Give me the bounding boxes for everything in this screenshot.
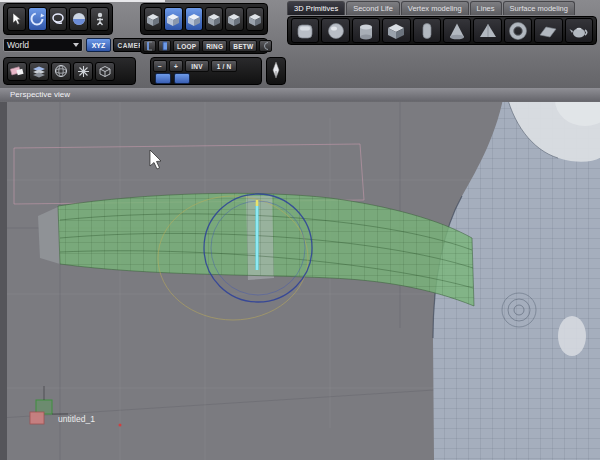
- tab-label: Lines: [477, 4, 495, 13]
- face-pick-icon: [162, 41, 167, 51]
- chevron-down-icon: [73, 43, 79, 47]
- grow-pick-button[interactable]: [259, 40, 272, 52]
- primitives-panel: [287, 16, 597, 45]
- sphere-grid-tool-button[interactable]: [51, 62, 71, 81]
- selection-adjust-panel: − + INV 1 / N: [150, 57, 262, 85]
- loop-label: LOOP: [177, 43, 196, 50]
- primitive-cube-button[interactable]: [382, 18, 410, 43]
- tab-surface-modeling[interactable]: Surface modeling: [503, 1, 575, 15]
- cube-icon: [385, 21, 407, 41]
- figure-tool-button[interactable]: [90, 7, 109, 31]
- sphere-tool-button[interactable]: [69, 7, 88, 31]
- select-filter-b-button[interactable]: [174, 73, 190, 84]
- loop-button[interactable]: LOOP: [173, 40, 200, 52]
- teapot-icon: [568, 21, 590, 41]
- primitive-pyramid-button[interactable]: [473, 18, 501, 43]
- edge-pick-button[interactable]: [143, 40, 156, 52]
- primitive-torus-button[interactable]: [504, 18, 532, 43]
- star-icon: [77, 65, 90, 78]
- eraser-tool-button[interactable]: [7, 62, 27, 81]
- select-filter-a-button[interactable]: [155, 73, 171, 84]
- minus-label: −: [158, 63, 162, 70]
- inv-label: INV: [191, 63, 202, 70]
- primitive-cylinder-button[interactable]: [352, 18, 380, 43]
- tab-second-life[interactable]: Second Life: [346, 1, 400, 15]
- viewport-left-edge: [0, 88, 7, 460]
- grow-selection-button[interactable]: +: [169, 60, 183, 72]
- select-mode-vertex-button[interactable]: [144, 7, 162, 31]
- layers-icon: [31, 65, 47, 78]
- viewport-label: Perspective view: [10, 90, 70, 99]
- ring-button[interactable]: RING: [202, 40, 227, 52]
- vertex-cube-icon: [145, 12, 161, 27]
- window-edge: [0, 0, 165, 2]
- select-mode-all-button[interactable]: [246, 7, 264, 31]
- one-n-button[interactable]: 1 / N: [211, 60, 237, 72]
- select-mode-loop-button[interactable]: [225, 7, 243, 31]
- lasso-icon: [50, 11, 66, 27]
- capsule-icon: [416, 21, 438, 41]
- select-arrow-button[interactable]: [7, 7, 26, 31]
- loop-cube-icon: [226, 12, 242, 27]
- viewport-canvas[interactable]: untitled_1: [0, 88, 600, 460]
- shrink-selection-button[interactable]: −: [153, 60, 167, 72]
- face-pick-button[interactable]: [158, 40, 171, 52]
- cursor-arrow-icon: [10, 12, 22, 26]
- pen-tool-icon[interactable]: [270, 61, 282, 81]
- select-mode-face-button[interactable]: [185, 7, 203, 31]
- tab-label: 3D Primitives: [294, 4, 338, 13]
- tab-label: Surface modeling: [510, 4, 568, 13]
- primitive-plane-button[interactable]: [534, 18, 562, 43]
- cone-icon: [446, 21, 468, 41]
- tab-lines[interactable]: Lines: [470, 1, 502, 15]
- one-n-label: 1 / N: [217, 63, 232, 70]
- lasso-tool-button[interactable]: [49, 7, 68, 31]
- invert-selection-button[interactable]: INV: [185, 60, 209, 72]
- tab-vertex-modeling[interactable]: Vertex modeling: [401, 1, 469, 15]
- torus-icon: [507, 21, 529, 41]
- betw-label: BETW: [233, 43, 253, 50]
- perspective-viewport[interactable]: Perspective view: [0, 88, 600, 460]
- mouse-cursor: [150, 150, 161, 169]
- sphere-tool-icon: [72, 12, 86, 26]
- utility-tools-panel: [3, 57, 136, 85]
- world-selector-value: World: [7, 40, 29, 50]
- wire-cube-tool-button[interactable]: [95, 62, 115, 81]
- grow-pick-icon: [263, 41, 268, 51]
- app-window: World XYZ CAMERA: [0, 0, 600, 460]
- selection-tools-panel: [3, 3, 113, 35]
- tab-label: Vertex modeling: [408, 4, 462, 13]
- scene-filename: untitled_1: [58, 414, 95, 424]
- primitive-cone-button[interactable]: [443, 18, 471, 43]
- sphere-icon: [325, 21, 347, 41]
- tab-3d-primitives[interactable]: 3D Primitives: [287, 1, 345, 15]
- world-selector[interactable]: World: [3, 38, 83, 52]
- face-cube-icon: [186, 12, 202, 27]
- layers-tool-button[interactable]: [29, 62, 49, 81]
- select-mode-panel: [140, 3, 268, 35]
- primitive-capsule-button[interactable]: [413, 18, 441, 43]
- viewport-header: Perspective view: [0, 88, 600, 102]
- wire-sphere-icon: [54, 64, 68, 78]
- primitive-sphere-button[interactable]: [321, 18, 349, 43]
- plus-label: +: [174, 63, 178, 70]
- figure-icon: [95, 12, 105, 26]
- betw-button[interactable]: BETW: [229, 40, 257, 52]
- edge-pick-icon: [147, 41, 152, 51]
- xyz-button[interactable]: XYZ: [86, 38, 111, 52]
- primitive-soft-cube-button[interactable]: [291, 18, 319, 43]
- select-mode-object-button[interactable]: [205, 7, 223, 31]
- object-cube-icon: [206, 12, 222, 27]
- primitive-teapot-button[interactable]: [565, 18, 593, 43]
- loop-select-panel: LOOP RING BETW: [140, 38, 268, 54]
- select-mode-edge-button[interactable]: [164, 7, 182, 31]
- ring-label: RING: [206, 43, 223, 50]
- eraser-icon: [9, 65, 25, 77]
- all-cube-icon: [247, 12, 263, 27]
- rotate-tool-button[interactable]: [28, 7, 47, 31]
- soft-cube-icon: [294, 21, 316, 41]
- rotate-icon: [29, 11, 45, 27]
- wire-cube-icon: [98, 65, 112, 78]
- star-tool-button[interactable]: [73, 62, 93, 81]
- pyramid-icon: [477, 21, 499, 41]
